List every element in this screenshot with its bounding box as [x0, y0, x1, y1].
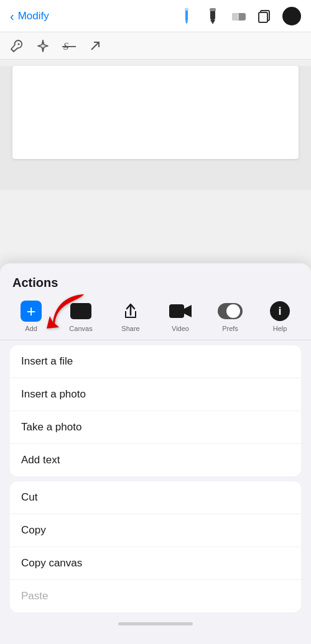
copy-item[interactable]: Copy [10, 514, 301, 547]
take-photo-item[interactable]: Take a photo [10, 411, 301, 444]
action-sheet: Actions + Add [0, 263, 311, 644]
home-bar [118, 622, 193, 625]
pencil-tool[interactable] [178, 7, 195, 25]
share-tab-icon [118, 300, 143, 322]
svg-line-14 [91, 42, 99, 50]
secondary-toolbar: S [0, 32, 311, 60]
insert-photo-item[interactable]: Insert a photo [10, 378, 301, 411]
help-tab-icon: i [267, 300, 292, 322]
eraser-tool[interactable] [230, 7, 248, 25]
insert-file-item[interactable]: Insert a file [10, 345, 301, 378]
svg-marker-4 [210, 20, 215, 24]
header-tools [178, 7, 301, 25]
svg-marker-1 [185, 21, 188, 24]
marker-tool[interactable] [204, 7, 221, 25]
insert-actions-section: Insert a file Insert a photo Take a phot… [10, 345, 301, 476]
copy-canvas-item[interactable]: Copy canvas [10, 547, 301, 580]
strikethrough-tool[interactable]: S [62, 39, 76, 53]
video-tab-icon [168, 300, 193, 322]
sparkle-tool[interactable] [36, 39, 50, 53]
header-title: Modify [18, 10, 49, 22]
tab-bar: + Add Canvas Share [0, 297, 311, 340]
tab-share-label: Share [121, 325, 139, 332]
svg-rect-16 [169, 304, 184, 318]
avatar[interactable] [282, 7, 301, 25]
info-icon: i [270, 301, 290, 321]
back-button[interactable]: ‹ Modify [10, 10, 49, 22]
toggle-knob [226, 304, 240, 318]
header: ‹ Modify [0, 0, 311, 32]
svg-point-11 [18, 43, 20, 45]
tab-video[interactable]: Video [162, 300, 199, 332]
prefs-tab-icon [218, 300, 243, 322]
home-indicator [0, 617, 311, 625]
canvas-area [0, 66, 311, 190]
tab-prefs[interactable]: Prefs [211, 300, 249, 332]
tab-help[interactable]: i Help [261, 300, 299, 332]
tab-video-label: Video [172, 325, 189, 332]
tab-add-label: Add [25, 325, 37, 332]
svg-rect-5 [210, 8, 216, 11]
drawing-surface [12, 66, 299, 159]
svg-rect-10 [259, 12, 267, 22]
svg-rect-2 [185, 8, 188, 11]
layers-tool[interactable] [256, 7, 274, 25]
add-text-item[interactable]: Add text [10, 444, 301, 476]
back-chevron-icon: ‹ [10, 10, 14, 22]
svg-marker-17 [184, 305, 192, 317]
wrench-tool[interactable] [10, 39, 24, 53]
svg-rect-7 [232, 13, 238, 20]
red-arrow-indicator [44, 291, 93, 337]
tab-help-label: Help [273, 325, 287, 332]
clipboard-actions-section: Cut Copy Copy canvas Paste [10, 481, 301, 612]
toggle-icon [218, 303, 243, 319]
add-tab-icon: + [19, 300, 44, 322]
cut-item[interactable]: Cut [10, 481, 301, 514]
tab-share[interactable]: Share [112, 300, 149, 332]
paste-item[interactable]: Paste [10, 580, 301, 612]
tab-prefs-label: Prefs [222, 325, 238, 332]
plus-icon: + [21, 301, 42, 322]
arrow-tool[interactable] [88, 39, 102, 53]
